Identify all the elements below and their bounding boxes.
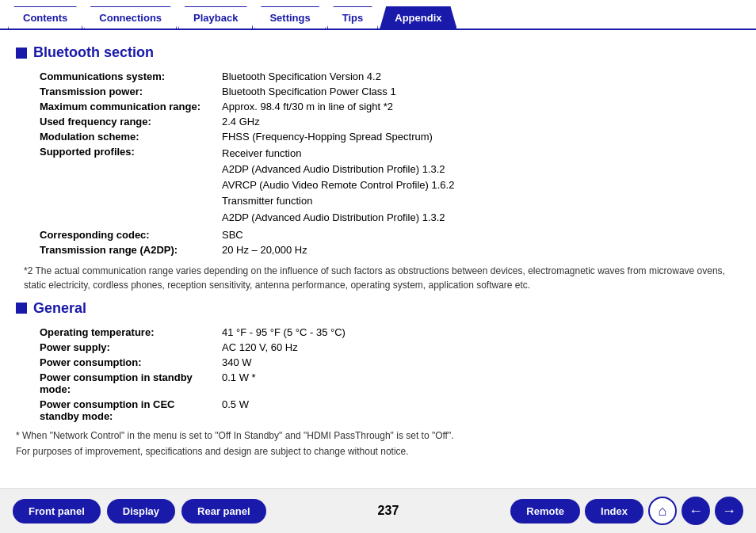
table-row: Communications system: Bluetooth Specifi… xyxy=(16,69,740,84)
spec-label: Corresponding codec: xyxy=(16,227,214,242)
spec-label: Transmission range (A2DP): xyxy=(16,242,214,257)
tab-contents[interactable]: Contents xyxy=(8,6,82,29)
tab-settings[interactable]: Settings xyxy=(254,6,325,29)
spec-value: Bluetooth Specification Power Class 1 xyxy=(214,84,740,99)
spec-value: 0.1 W * xyxy=(214,370,740,397)
table-row: Modulation scheme: FHSS (Frequency-Hoppi… xyxy=(16,129,740,144)
footer-right-buttons: Remote Index ⌂ ← → xyxy=(510,497,743,525)
general-section-header: General xyxy=(16,300,740,317)
table-row: Power supply: AC 120 V, 60 Hz xyxy=(16,340,740,355)
improvement-note: For purposes of improvement, specificati… xyxy=(16,446,740,457)
spec-label: Power consumption in standby mode: xyxy=(16,370,214,397)
spec-value: FHSS (Frequency-Hopping Spread Spectrum) xyxy=(214,129,740,144)
table-row: Power consumption in standby mode: 0.1 W… xyxy=(16,370,740,397)
forward-button[interactable]: → xyxy=(715,497,743,525)
table-row: Transmission power: Bluetooth Specificat… xyxy=(16,84,740,99)
main-content: Bluetooth section Communications system:… xyxy=(0,30,756,470)
tab-connections[interactable]: Connections xyxy=(84,6,177,29)
footer-left-buttons: Front panel Display Rear panel xyxy=(13,499,266,523)
tab-appendix[interactable]: Appendix xyxy=(380,6,456,29)
spec-label: Power supply: xyxy=(16,340,214,355)
spec-label: Communications system: xyxy=(16,69,214,84)
table-row: Power consumption in CEC standby mode: 0… xyxy=(16,397,740,424)
footer-nav: Front panel Display Rear panel 237 Remot… xyxy=(0,488,756,533)
tab-tips[interactable]: Tips xyxy=(327,6,379,29)
home-icon: ⌂ xyxy=(659,503,667,520)
general-section-icon xyxy=(16,303,27,314)
general-section-title: General xyxy=(33,300,86,317)
back-icon: ← xyxy=(689,503,703,520)
remote-button[interactable]: Remote xyxy=(510,499,580,523)
forward-icon: → xyxy=(722,503,736,520)
spec-label: Modulation scheme: xyxy=(16,129,214,144)
general-spec-table: Operating temperature: 41 °F - 95 °F (5 … xyxy=(16,325,740,424)
spec-label: Transmission power: xyxy=(16,84,214,99)
spec-value: Receiver function A2DP (Advanced Audio D… xyxy=(214,144,740,227)
page-number: 237 xyxy=(378,504,399,518)
asterisk-note: * When "Network Control" in the menu is … xyxy=(16,430,740,441)
bluetooth-section-header: Bluetooth section xyxy=(16,44,740,61)
spec-label: Power consumption in CEC standby mode: xyxy=(16,397,214,424)
table-row: Corresponding codec: SBC xyxy=(16,227,740,242)
spec-label: Power consumption: xyxy=(16,355,214,370)
spec-value: Approx. 98.4 ft/30 m in line of sight *2 xyxy=(214,99,740,114)
spec-label: Maximum communication range: xyxy=(16,99,214,114)
spec-value: 340 W xyxy=(214,355,740,370)
table-row: Operating temperature: 41 °F - 95 °F (5 … xyxy=(16,325,740,340)
bluetooth-section-icon xyxy=(16,48,27,59)
spec-value: 0.5 W xyxy=(214,397,740,424)
bluetooth-spec-table: Communications system: Bluetooth Specifi… xyxy=(16,69,740,257)
page-wrapper: Contents Connections Playback Settings T… xyxy=(0,0,756,533)
spec-label: Supported profiles: xyxy=(16,144,214,227)
back-button[interactable]: ← xyxy=(682,497,710,525)
spec-label: Operating temperature: xyxy=(16,325,214,340)
index-button[interactable]: Index xyxy=(585,499,643,523)
bluetooth-footnote: *2 The actual communication range varies… xyxy=(16,264,740,292)
table-row: Maximum communication range: Approx. 98.… xyxy=(16,99,740,114)
table-row: Power consumption: 340 W xyxy=(16,355,740,370)
tab-playback[interactable]: Playback xyxy=(178,6,253,29)
spec-value: 2.4 GHz xyxy=(214,114,740,129)
bluetooth-section-title: Bluetooth section xyxy=(33,44,154,61)
spec-value: SBC xyxy=(214,227,740,242)
rear-panel-button[interactable]: Rear panel xyxy=(181,499,265,523)
spec-value: Bluetooth Specification Version 4.2 xyxy=(214,69,740,84)
spec-value: AC 120 V, 60 Hz xyxy=(214,340,740,355)
nav-tabs: Contents Connections Playback Settings T… xyxy=(0,0,756,30)
table-row: Transmission range (A2DP): 20 Hz – 20,00… xyxy=(16,242,740,257)
spec-value: 41 °F - 95 °F (5 °C - 35 °C) xyxy=(214,325,740,340)
home-button[interactable]: ⌂ xyxy=(648,497,677,525)
table-row: Used frequency range: 2.4 GHz xyxy=(16,114,740,129)
spec-label: Used frequency range: xyxy=(16,114,214,129)
table-row: Supported profiles: Receiver function A2… xyxy=(16,144,740,227)
display-button[interactable]: Display xyxy=(107,499,175,523)
spec-value: 20 Hz – 20,000 Hz xyxy=(214,242,740,257)
front-panel-button[interactable]: Front panel xyxy=(13,499,101,523)
